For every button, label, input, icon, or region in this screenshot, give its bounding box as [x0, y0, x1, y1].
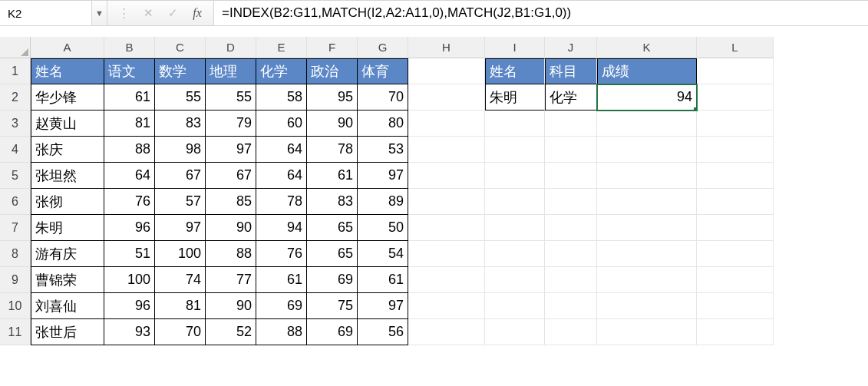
cell[interactable]: 81: [104, 111, 155, 137]
cell[interactable]: 93: [104, 319, 155, 345]
cell[interactable]: [697, 189, 774, 215]
cell[interactable]: 97: [358, 163, 408, 189]
cell[interactable]: [408, 163, 485, 189]
cell[interactable]: 语文: [104, 58, 155, 84]
cell[interactable]: [408, 137, 485, 163]
row-header[interactable]: 5: [0, 163, 31, 189]
cell[interactable]: 74: [155, 267, 206, 293]
cell[interactable]: [697, 241, 774, 267]
cell[interactable]: [697, 84, 774, 111]
cell[interactable]: 85: [206, 189, 256, 215]
cell[interactable]: [408, 111, 485, 137]
cell[interactable]: 88: [104, 137, 155, 163]
col-header[interactable]: H: [408, 37, 485, 58]
cell[interactable]: 69: [307, 267, 358, 293]
row-header[interactable]: 10: [0, 293, 31, 319]
cell[interactable]: 64: [104, 163, 155, 189]
cell[interactable]: 100: [104, 267, 155, 293]
cell[interactable]: [485, 163, 545, 189]
cell[interactable]: 刘喜仙: [31, 293, 104, 319]
cell[interactable]: 51: [104, 241, 155, 267]
cell[interactable]: [485, 111, 545, 137]
cell[interactable]: 52: [206, 319, 256, 345]
row-header[interactable]: 1: [0, 58, 31, 84]
cell[interactable]: [408, 319, 485, 345]
cell[interactable]: [697, 293, 774, 319]
cell[interactable]: 化学: [545, 84, 597, 111]
cell[interactable]: [697, 111, 774, 137]
col-header[interactable]: I: [485, 37, 545, 58]
cell[interactable]: 64: [256, 163, 307, 189]
cell[interactable]: 77: [206, 267, 256, 293]
cell[interactable]: 地理: [206, 58, 256, 84]
active-cell[interactable]: 94: [597, 84, 697, 111]
cell[interactable]: 张彻: [31, 189, 104, 215]
col-header[interactable]: K: [597, 37, 697, 58]
cell[interactable]: 化学: [256, 58, 307, 84]
cell[interactable]: 83: [155, 111, 206, 137]
row-header[interactable]: 7: [0, 215, 31, 241]
cell[interactable]: 78: [256, 189, 307, 215]
cell[interactable]: 姓名: [31, 58, 104, 84]
select-all-corner[interactable]: [0, 37, 31, 58]
cell[interactable]: 政治: [307, 58, 358, 84]
cell[interactable]: [485, 241, 545, 267]
cell[interactable]: 61: [358, 267, 408, 293]
cell[interactable]: 华少锋: [31, 84, 104, 111]
cell[interactable]: [545, 215, 597, 241]
cell[interactable]: 科目: [545, 58, 597, 84]
cell[interactable]: [597, 215, 697, 241]
cell[interactable]: [597, 241, 697, 267]
cell[interactable]: 83: [307, 189, 358, 215]
cell[interactable]: [545, 111, 597, 137]
cell[interactable]: 游有庆: [31, 241, 104, 267]
cell[interactable]: [597, 319, 697, 345]
cell[interactable]: 50: [358, 215, 408, 241]
cell[interactable]: [545, 293, 597, 319]
formula-input[interactable]: =INDEX(B2:G11,MATCH(I2,A2:A11,0),MATCH(J…: [214, 1, 868, 25]
cell[interactable]: 曹锦荣: [31, 267, 104, 293]
cell[interactable]: 97: [358, 293, 408, 319]
cell[interactable]: 57: [155, 189, 206, 215]
cell[interactable]: 69: [256, 293, 307, 319]
cell[interactable]: 数学: [155, 58, 206, 84]
cell[interactable]: 69: [307, 319, 358, 345]
cell[interactable]: 88: [206, 241, 256, 267]
cell[interactable]: 朱明: [31, 215, 104, 241]
cell[interactable]: 54: [358, 241, 408, 267]
cancel-icon[interactable]: ✕: [141, 6, 155, 20]
row-header[interactable]: 6: [0, 189, 31, 215]
col-header[interactable]: J: [545, 37, 597, 58]
cell[interactable]: [597, 163, 697, 189]
cell[interactable]: 67: [155, 163, 206, 189]
col-header[interactable]: E: [256, 37, 307, 58]
cell[interactable]: 55: [155, 84, 206, 111]
col-header[interactable]: C: [155, 37, 206, 58]
cell[interactable]: 96: [104, 215, 155, 241]
col-header[interactable]: B: [104, 37, 155, 58]
cell[interactable]: [485, 189, 545, 215]
cell[interactable]: 97: [155, 215, 206, 241]
cell[interactable]: 70: [358, 84, 408, 111]
cell[interactable]: 70: [155, 319, 206, 345]
cell[interactable]: 朱明: [485, 84, 545, 111]
name-box-dropdown[interactable]: ▼: [92, 1, 107, 25]
cell[interactable]: [485, 215, 545, 241]
cell[interactable]: 96: [104, 293, 155, 319]
cell[interactable]: [545, 137, 597, 163]
cell[interactable]: 55: [206, 84, 256, 111]
cell[interactable]: [408, 267, 485, 293]
cell[interactable]: [697, 215, 774, 241]
cell[interactable]: [597, 189, 697, 215]
col-header[interactable]: A: [31, 37, 104, 58]
cell[interactable]: 79: [206, 111, 256, 137]
cell[interactable]: 56: [358, 319, 408, 345]
cell[interactable]: [597, 293, 697, 319]
cell[interactable]: [485, 293, 545, 319]
name-box[interactable]: K2: [0, 1, 92, 25]
cell[interactable]: 张坦然: [31, 163, 104, 189]
cell[interactable]: [408, 84, 485, 111]
row-header[interactable]: 9: [0, 267, 31, 293]
cell[interactable]: 90: [206, 293, 256, 319]
cell[interactable]: 张庆: [31, 137, 104, 163]
